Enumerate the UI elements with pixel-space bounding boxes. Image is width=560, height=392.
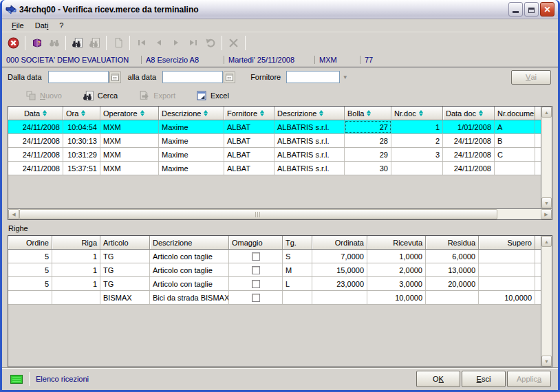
scroll-down-arrow[interactable]: ▼ [541,197,552,208]
omaggio-checkbox[interactable] [252,294,260,302]
toolbar-separator [222,36,222,50]
supplier-combo[interactable]: ▼ [286,71,350,83]
righe-body: 51TGArticolo con taglieS7,00001,00006,00… [8,250,541,367]
to-date-input[interactable] [162,71,223,83]
column-header-fornitore[interactable]: Fornitore [224,107,274,120]
filter-row: Dalla data alla data Fornitore [2,67,558,87]
table-cell: BISMAX [100,291,150,304]
column-header-ricevuta[interactable]: Ricevuta [367,236,426,249]
table-cell: ALBATRIS s.r.l. [274,162,345,175]
prev-record-button [150,34,167,51]
table-row[interactable]: 24/11/200810:31:29MXMMaximeALBATALBATRIS… [8,148,541,162]
table-row[interactable]: 24/11/200815:37:51MXMMaximeALBATALBATRIS… [8,162,541,175]
vertical-scrollbar[interactable]: ▲ ▼ [541,107,552,208]
menu-file[interactable]: File [6,20,30,31]
column-header-descrizione[interactable]: Descrizione [159,107,224,120]
column-label: Ordinata [335,239,364,247]
table-cell [312,291,367,304]
receipts-grid: DataOraOperatoreDescrizioneFornitoreDesc… [8,106,552,220]
column-header-omaggio[interactable]: Omaggio [229,236,283,249]
help-button[interactable]: ? [28,34,45,51]
column-header-ordine[interactable]: Ordine [8,236,52,249]
column-header-ordinata[interactable]: Ordinata [312,236,367,249]
column-header-bolla[interactable]: Bolla [345,107,391,120]
receipts-body: 24/11/200810:04:54MXMMaximeALBATALBATRIS… [8,120,541,208]
table-cell: 10:31:29 [63,148,100,161]
scroll-down-arrow[interactable]: ▼ [541,356,552,367]
column-header-residua[interactable]: Residua [426,236,479,249]
vertical-scrollbar[interactable]: ▲ ▼ [541,236,552,367]
calendar-icon [225,73,234,82]
table-row[interactable]: 24/11/200810:04:54MXMMaximeALBATALBATRIS… [8,120,541,134]
from-date-calendar-button[interactable] [109,72,121,83]
column-label: Ricevuta [393,239,422,247]
column-header-data[interactable]: Data [8,107,63,120]
table-cell: Maxime [159,148,224,161]
esci-button[interactable]: Esci [462,371,506,387]
excel-button[interactable]: Excel [196,90,229,101]
new-icon [25,90,36,101]
menu-help[interactable]: ? [54,20,69,31]
minimize-button[interactable] [508,2,523,17]
scrollbar-thumb[interactable] [19,209,497,219]
sort-icon [479,110,483,116]
find-button [45,34,63,51]
column-header-riga[interactable]: Riga [52,236,100,249]
scroll-left-arrow[interactable]: ◀ [8,209,19,219]
column-header-descrizione[interactable]: Descrizione [150,236,229,249]
horizontal-scrollbar[interactable]: ◀ ▶ [8,208,552,219]
close-icon: ✕ [543,6,550,14]
table-row[interactable]: 51TGArticolo con taglieL23,00003,000020,… [8,277,541,291]
exit-button[interactable] [5,34,22,51]
column-header-descrizione[interactable]: Descrizione [274,107,345,120]
binoculars-icon [49,37,60,48]
find-records-button[interactable] [69,34,86,51]
table-cell: 1 [52,277,100,290]
table-cell [229,250,283,263]
chevron-down-icon[interactable]: ▼ [340,72,350,83]
table-cell: ALBAT [224,120,274,133]
table-cell: ALBAT [224,134,274,147]
table-row[interactable]: 51TGArticolo con taglieM15,00002,000013,… [8,263,541,277]
vai-button[interactable]: Vai [511,70,551,85]
toolbar-separator [65,36,66,50]
column-header-operatore[interactable]: Operatore [100,107,159,120]
scroll-up-arrow[interactable]: ▲ [541,236,552,247]
app-icon [6,4,17,15]
table-cell: 15,0000 [312,263,367,276]
scroll-up-arrow[interactable]: ▲ [541,107,552,118]
table-cell: 24/11/2008 [8,162,63,175]
supplier-input[interactable] [286,71,340,83]
exercise-label: A8 Esercizio A8 [141,56,224,64]
column-header-tg-[interactable]: Tg. [283,236,312,249]
table-cell: TG [100,250,150,263]
title-bar[interactable]: 34rchq00 - Verifica ricev.merce da termi… [2,0,558,19]
menu-dati[interactable]: Dati [30,20,54,31]
maximize-button[interactable] [524,2,539,17]
omaggio-checkbox[interactable] [252,280,260,288]
column-header-nr-documen[interactable]: Nr.documen [495,107,535,120]
table-cell: MXM [100,134,159,147]
table-row[interactable]: BISMAXBici da strada BISMAX10,000010,000… [8,291,541,305]
table-row[interactable]: 51TGArticolo con taglieS7,00001,00006,00… [8,250,541,263]
omaggio-checkbox[interactable] [252,252,260,261]
from-date-input[interactable] [48,71,109,83]
column-header-data-doc[interactable]: Data doc [443,107,495,120]
column-header-articolo[interactable]: Articolo [100,236,150,249]
applica-button[interactable]: Applica [507,371,551,387]
close-button[interactable]: ✕ [540,2,554,17]
info-bar: 000 SOCIETA' DEMO EVALUATION A8 Esercizi… [2,53,558,67]
scroll-right-arrow[interactable]: ▶ [541,209,552,219]
scrollbar-track[interactable] [497,209,541,219]
cerca-button[interactable]: Cerca [83,90,118,102]
omaggio-checkbox[interactable] [252,266,260,274]
sort-icon [43,110,47,116]
column-header-supero[interactable]: Supero [479,236,535,249]
table-row[interactable]: 24/11/200810:30:13MXMMaximeALBATALBATRIS… [8,134,541,148]
date-label: Martedi' 25/11/2008 [224,56,314,64]
ok-button[interactable]: OK [416,371,460,387]
column-header-ora[interactable]: Ora [63,107,100,120]
table-cell [495,162,535,175]
column-header-nr-doc[interactable]: Nr.doc [391,107,443,120]
to-date-calendar-button[interactable] [224,72,235,83]
